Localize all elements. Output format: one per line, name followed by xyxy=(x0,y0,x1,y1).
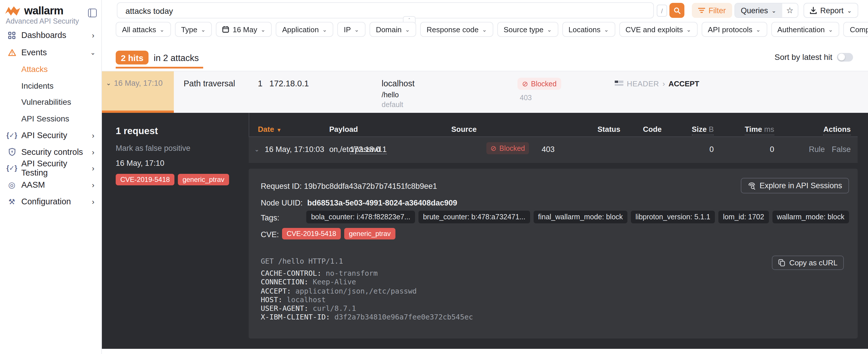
attack-tool-tag[interactable]: generic_ptrav xyxy=(178,174,229,185)
requests-title: 1 request xyxy=(116,126,229,136)
grid-icon xyxy=(7,31,17,39)
chevron-right-icon: › xyxy=(92,181,94,189)
cve-tag[interactable]: CVE-2019-5418 xyxy=(282,228,341,239)
sidebar-item-vulnerabilities[interactable]: Vulnerabilities xyxy=(0,94,101,110)
sort-toggle[interactable] xyxy=(837,53,853,61)
shield-icon xyxy=(7,148,17,156)
http-header-name: ACCEPT: xyxy=(261,286,291,295)
cve-tag[interactable]: CVE-2019-5418 xyxy=(116,174,175,185)
active-tab-underline xyxy=(116,67,203,68)
http-request-block: GET /hello HTTP/1.1 CACHE-CONTROL: no-tr… xyxy=(261,257,473,322)
filter-chip-type[interactable]: Type⌄ xyxy=(175,22,212,37)
chevron-right-icon: › xyxy=(92,197,94,206)
sidebar-item-security-controls[interactable]: Security controls › xyxy=(0,144,101,160)
attack-source-ip[interactable]: 172.18.0.1 xyxy=(269,79,309,88)
attack-path: /hello xyxy=(382,91,399,99)
meta-tag[interactable]: lom_id: 1702 xyxy=(718,211,769,223)
sort-desc-icon: ▼ xyxy=(276,127,281,133)
sidebar-collapse-icon[interactable] xyxy=(88,9,97,17)
column-header-date[interactable]: Date▼ xyxy=(258,125,281,133)
favorite-star-button[interactable]: ☆ xyxy=(782,3,798,17)
attack-tool-tag[interactable]: generic_ptrav xyxy=(344,228,395,239)
hit-source-link[interactable]: 172.18.0.1 xyxy=(350,145,387,154)
chevron-down-icon: ⌄ xyxy=(847,7,852,13)
hit-row[interactable]: ⌄ 16 May, 17:10:03 on,/etc/passwd 172.18… xyxy=(249,137,858,163)
filter-button[interactable]: Filter xyxy=(692,3,732,18)
sidebar-item-aasm[interactable]: ◎ AASM › xyxy=(0,177,101,193)
attack-response-code: 403 xyxy=(520,94,532,102)
chevron-down-icon: ⌄ xyxy=(604,26,609,33)
node-uuid-value: bd68513a-5e03-4991-8024-a36408dac909 xyxy=(307,199,457,207)
attack-type[interactable]: Path traversal xyxy=(184,79,235,88)
filter-chip-compare-to[interactable]: Compare to...⌄ xyxy=(843,22,868,37)
http-header-name: X-IBM-CLIENT-ID: xyxy=(261,313,330,321)
chevron-down-icon: ⌄ xyxy=(756,26,761,33)
filter-chip-response-code[interactable]: Response code⌄ xyxy=(420,22,493,37)
attack-application: default xyxy=(382,101,403,109)
search-button[interactable] xyxy=(670,3,684,18)
filter-chip-domain[interactable]: Domain⌄ xyxy=(370,22,416,37)
filter-chip-locations[interactable]: Locations⌄ xyxy=(562,22,615,37)
meta-tag[interactable]: wallarm_mode: block xyxy=(772,211,849,223)
meta-tag[interactable]: libproton_version: 5.1.1 xyxy=(631,211,715,223)
sidebar-item-api-sessions[interactable]: API Sessions xyxy=(0,110,101,127)
filter-chip-cve-exploits[interactable]: CVE and exploits⌄ xyxy=(619,22,698,37)
filter-chip-application[interactable]: Application⌄ xyxy=(276,22,334,37)
brand[interactable]: wallarm xyxy=(5,5,63,17)
hits-count-badge[interactable]: 2 hits xyxy=(116,51,149,64)
filter-chip-all-attacks[interactable]: All attacks⌄ xyxy=(116,22,170,37)
brand-subtitle: Advanced API Security xyxy=(6,17,79,25)
meta-tag[interactable]: bola_counter: i:478:f82823e7... xyxy=(307,211,415,223)
request-details-panel: Request ID: 19b7bc8ddfa43a72b7b74151fc8b… xyxy=(249,169,858,339)
search-input[interactable] xyxy=(124,3,633,19)
attack-row[interactable]: ⌄ 16 May, 17:10 Path traversal 1 172.18.… xyxy=(101,71,868,113)
http-header-name: CACHE-CONTROL: xyxy=(261,269,321,278)
sidebar-item-api-security[interactable]: {✓} API Security › xyxy=(0,127,101,143)
filter-chip-ip[interactable]: IP⌄ xyxy=(338,22,366,37)
filter-chips-row: All attacks⌄ Type⌄ 16 May⌄ Application⌄ … xyxy=(116,22,868,37)
http-header-value: curl/8.7.1 xyxy=(313,304,356,313)
attacks-count-label: in 2 attacks xyxy=(154,53,199,63)
star-icon: ☆ xyxy=(786,6,794,15)
blocked-icon: ⊘ xyxy=(522,79,528,88)
sidebar-item-api-security-testing[interactable]: {✓} API Security Testing › xyxy=(0,160,101,176)
meta-tag[interactable]: brute_counter: b:478:a732471... xyxy=(418,211,530,223)
sidebar-item-configuration[interactable]: ⚒ Configuration › xyxy=(0,193,101,210)
cve-label: CVE: xyxy=(261,230,279,239)
sort-label: Sort by latest hit xyxy=(774,53,832,62)
filter-chip-date[interactable]: 16 May⌄ xyxy=(216,22,272,37)
request-id-label: Request ID: xyxy=(261,182,302,191)
rule-action-link[interactable]: Rule xyxy=(809,145,825,154)
attack-date: 16 May, 17:10 xyxy=(114,79,163,88)
sidebar-item-dashboards[interactable]: Dashboards › xyxy=(0,27,101,43)
false-action-link[interactable]: False xyxy=(832,145,851,154)
toggle-knob xyxy=(838,54,845,60)
sidebar-item-incidents[interactable]: Incidents xyxy=(0,78,101,94)
filter-chip-source-type[interactable]: Source type⌄ xyxy=(497,22,558,37)
http-header-value: no-transform xyxy=(326,269,378,278)
column-header-time[interactable]: Time ms xyxy=(738,125,774,133)
hit-time: 0 xyxy=(738,145,774,154)
meta-tag[interactable]: final_wallarm_mode: block xyxy=(534,211,628,223)
attack-domain: localhost xyxy=(382,79,414,88)
calendar-icon xyxy=(222,26,229,33)
request-id-row: Request ID: 19b7bc8ddfa43a72b7b74151fc8b… xyxy=(261,182,437,191)
attack-date-cell[interactable]: ⌄ 16 May, 17:10 xyxy=(101,71,174,114)
chevron-right-icon: › xyxy=(92,131,94,139)
report-button[interactable]: Report ⌄ xyxy=(804,3,858,18)
mark-false-positive-link[interactable]: Mark as false positive xyxy=(116,144,229,153)
column-header-code: Code xyxy=(643,125,662,133)
expand-chevron-icon[interactable]: ⌄ xyxy=(254,146,259,153)
filter-chip-authentication[interactable]: Authentication⌄ xyxy=(771,22,839,37)
queries-button[interactable]: Queries ⌄ xyxy=(735,3,782,17)
column-header-actions[interactable]: Actions xyxy=(815,125,851,133)
column-header-size[interactable]: Size B xyxy=(682,125,714,133)
explore-api-sessions-button[interactable]: Explore in API Sessions xyxy=(741,178,849,193)
filter-chip-api-protocols[interactable]: API protocols⌄ xyxy=(702,22,767,37)
chevron-down-icon: ⌄ xyxy=(90,49,96,56)
sidebar-item-attacks[interactable]: Attacks xyxy=(0,61,101,77)
copy-as-curl-button[interactable]: Copy as cURL xyxy=(772,256,844,270)
sidebar-item-events[interactable]: Events ⌄ xyxy=(0,44,101,60)
http-header-name: CONNECTION: xyxy=(261,278,309,286)
search-bar xyxy=(117,2,654,19)
